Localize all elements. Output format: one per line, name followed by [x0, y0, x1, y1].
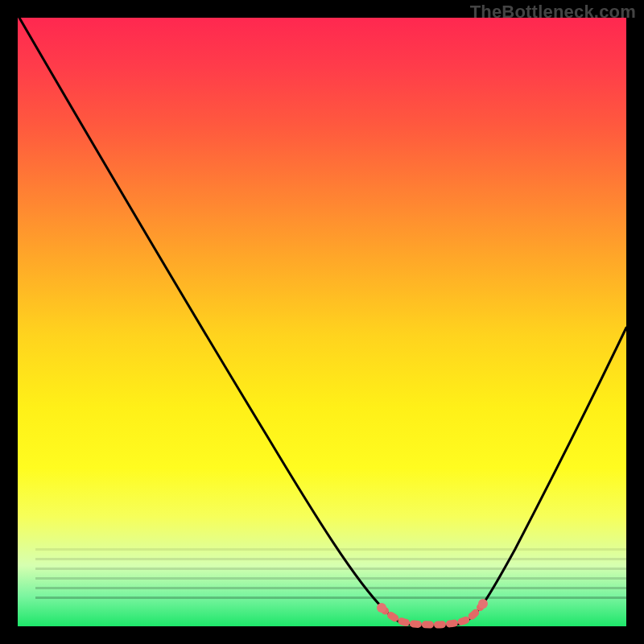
optimal-range-end-dots [377, 599, 488, 613]
svg-point-0 [377, 603, 386, 613]
chart-svg [18, 18, 626, 626]
performance-curve [19, 18, 626, 625]
svg-point-1 [478, 599, 488, 609]
plot-area [18, 18, 626, 626]
chart-frame: TheBottleneck.com [0, 0, 644, 644]
